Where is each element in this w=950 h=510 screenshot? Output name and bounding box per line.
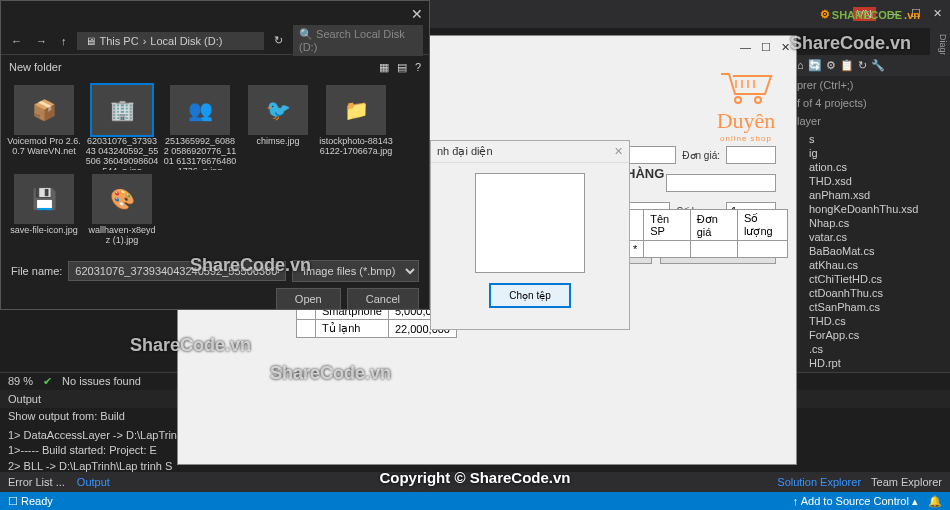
filename-input[interactable]: [68, 261, 286, 281]
svg-point-1: [755, 97, 761, 103]
output-source[interactable]: Build: [100, 410, 124, 422]
view-icon[interactable]: ▦: [379, 61, 389, 74]
solution-file[interactable]: .cs: [791, 342, 950, 356]
app-minimize-icon[interactable]: —: [740, 41, 751, 53]
file-dialog: ✕ ← → ↑ 🖥 This PC › Local Disk (D:) ↻ 🔍 …: [0, 0, 430, 310]
notification-icon[interactable]: 🔔: [928, 495, 942, 508]
price-input[interactable]: [726, 146, 776, 164]
copyright: Copyright © ShareCode.vn: [0, 469, 950, 486]
solution-toolbar[interactable]: ⌂🔄⚙📋↻🔧: [791, 55, 950, 76]
solution-file[interactable]: THD.cs: [791, 314, 950, 328]
svg-point-0: [735, 97, 741, 103]
avatar-modal: nh đại diện✕ Chọn tệp: [430, 140, 630, 330]
solution-file[interactable]: THD.xsd: [791, 174, 950, 188]
nav-back-icon[interactable]: ←: [7, 33, 26, 49]
solution-file[interactable]: ig: [791, 146, 950, 160]
view2-icon[interactable]: ▤: [397, 61, 407, 74]
app-logo: Duyên online shop: [716, 66, 776, 143]
cart-table[interactable]: Tên SPĐơn giáSố lượng *: [626, 209, 788, 258]
status-ready: ☐ Ready: [8, 495, 53, 508]
dialog-cancel-button[interactable]: Cancel: [347, 288, 419, 310]
refresh-icon[interactable]: ↻: [270, 32, 287, 49]
modal-title: nh đại diện: [437, 145, 493, 158]
file-item[interactable]: 👥251365992_60882 0586920776_1101 6131766…: [163, 85, 237, 170]
solution-file[interactable]: ForApp.cs: [791, 328, 950, 342]
solution-search[interactable]: prer (Ctrl+;): [791, 76, 950, 94]
zoom-level: 89 %: [8, 375, 33, 388]
modal-close-icon[interactable]: ✕: [614, 145, 623, 158]
choose-file-button[interactable]: Chọn tệp: [489, 283, 570, 308]
app-maximize-icon[interactable]: ☐: [761, 41, 771, 54]
solution-file[interactable]: hongKeDoanhThu.xsd: [791, 202, 950, 216]
issues-status: No issues found: [62, 375, 141, 388]
solution-file[interactable]: ctDoanhThu.cs: [791, 286, 950, 300]
app-close-icon[interactable]: ✕: [781, 41, 790, 54]
output-from-label: Show output from:: [8, 410, 97, 422]
solution-file[interactable]: anPham.xsd: [791, 188, 950, 202]
open-button[interactable]: Open: [276, 288, 341, 310]
section-cart: HÀNG: [626, 166, 788, 181]
watermark: ShareCode.vn: [790, 33, 911, 54]
file-item[interactable]: 🎨wallhaven-x8eyd z (1).jpg: [85, 174, 159, 246]
image-preview: [475, 173, 585, 273]
table-row[interactable]: *: [627, 241, 788, 258]
solution-file[interactable]: ation.cs: [791, 160, 950, 174]
file-item[interactable]: 📦Voicemod Pro 2.6.0.7 WareVN.net: [7, 85, 81, 170]
nav-up-icon[interactable]: ↑: [57, 33, 71, 49]
filename-label: File name:: [11, 265, 62, 277]
add-source-control[interactable]: ↑ Add to Source Control ▴: [793, 495, 918, 508]
dialog-search[interactable]: 🔍 Search Local Disk (D:): [293, 25, 423, 56]
solution-file[interactable]: ctSanPham.cs: [791, 300, 950, 314]
solution-layer: layer: [791, 112, 950, 130]
help-icon[interactable]: ?: [415, 61, 421, 74]
close-icon[interactable]: ✕: [933, 7, 942, 21]
solution-file[interactable]: Nhap.cs: [791, 216, 950, 230]
file-item[interactable]: 🐦chimse.jpg: [241, 85, 315, 170]
solution-file[interactable]: s: [791, 132, 950, 146]
file-item[interactable]: 💾save-file-icon.jpg: [7, 174, 81, 246]
sharecode-brand: ⚙SHARECODE.vn: [820, 8, 920, 21]
file-item[interactable]: 📁istockphoto-88143 6122-170667a.jpg: [319, 85, 393, 170]
solution-count: f of 4 projects): [791, 94, 950, 112]
breadcrumb[interactable]: 🖥 This PC › Local Disk (D:): [77, 32, 265, 50]
solution-file[interactable]: ctChiTietHD.cs: [791, 272, 950, 286]
new-folder-button[interactable]: New folder: [9, 61, 62, 73]
solution-file[interactable]: atKhau.cs: [791, 258, 950, 272]
file-item[interactable]: 🏢62031076_3739343 043240592_55506 360490…: [85, 85, 159, 170]
solution-file[interactable]: vatar.cs: [791, 230, 950, 244]
filter-select[interactable]: Image files (*.bmp): [292, 260, 419, 282]
nav-fwd-icon[interactable]: →: [32, 33, 51, 49]
solution-file[interactable]: BaBaoMat.cs: [791, 244, 950, 258]
dialog-close-icon[interactable]: ✕: [411, 6, 423, 22]
solution-file[interactable]: HD.rpt: [791, 356, 950, 370]
